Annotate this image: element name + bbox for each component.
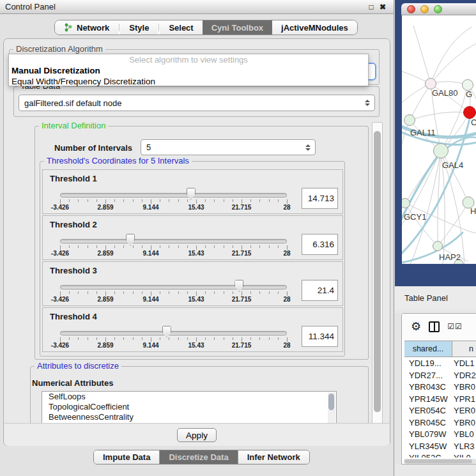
- dropdown-option-equal-width[interactable]: Equal Width/Frequency Discretization: [9, 76, 368, 87]
- tab-separator: [158, 24, 159, 31]
- tab-jactivemnodules-label: jActiveMNodules: [281, 23, 348, 33]
- tick-mark: [196, 199, 197, 204]
- tick-label: 28: [270, 296, 304, 303]
- panel-scrollbar[interactable]: [372, 122, 383, 424]
- column-header-shared-name[interactable]: shared...: [404, 341, 452, 357]
- cell-name[interactable]: YIL0: [452, 452, 476, 457]
- tab-infer-network[interactable]: Infer Network: [238, 450, 309, 464]
- table-row[interactable]: YLR345WYLR3: [404, 441, 476, 453]
- tab-discretize-data[interactable]: Discretize Data: [159, 450, 237, 464]
- tab-style-label: Style: [129, 23, 149, 33]
- tab-style[interactable]: Style: [120, 20, 158, 35]
- tab-network[interactable]: Network: [55, 20, 118, 35]
- tick-mark: [233, 245, 233, 248]
- slider-track[interactable]: [60, 193, 287, 197]
- table-row[interactable]: YPR145WYPR1: [404, 394, 476, 406]
- tick-mark: [287, 291, 288, 296]
- column-header-name[interactable]: n: [452, 341, 476, 357]
- threshold-value-field[interactable]: 6.316: [302, 234, 338, 255]
- network-window-titlebar[interactable]: [401, 3, 476, 15]
- list-item[interactable]: BetweennessCentrality: [42, 412, 336, 422]
- table-horizontal-scrollbar[interactable]: [404, 459, 476, 464]
- list-item[interactable]: TopologicalCoefficient: [42, 402, 336, 412]
- tick-mark: [69, 245, 70, 248]
- tab-cyni-toolbox[interactable]: Cyni Toolbox: [203, 20, 272, 35]
- panel-scrollbar-thumb[interactable]: [374, 131, 381, 412]
- close-icon[interactable]: ✖: [377, 3, 388, 12]
- cell-name[interactable]: YER0: [452, 405, 476, 417]
- cell-name[interactable]: YLR3: [452, 441, 476, 453]
- table-horizontal-scrollbar-thumb[interactable]: [404, 459, 472, 463]
- list-scrollbar[interactable]: [328, 392, 335, 424]
- table-row[interactable]: YBR045CYBR0: [404, 417, 476, 429]
- table-row[interactable]: YBL079WYBL0: [404, 429, 476, 441]
- minimize-traffic-light-icon[interactable]: [420, 5, 429, 13]
- table-row[interactable]: YDR27...YDR2: [404, 370, 476, 382]
- tab-impute-data[interactable]: Impute Data: [94, 450, 159, 464]
- slider-handle[interactable]: [234, 280, 243, 292]
- dropdown-option-manual[interactable]: Manual Discretization: [9, 65, 368, 76]
- tab-impute-data-label: Impute Data: [103, 452, 150, 462]
- cell-shared-name[interactable]: YER054C: [404, 405, 452, 417]
- tick-mark: [187, 337, 188, 340]
- number-of-intervals-combobox[interactable]: 5: [141, 139, 316, 155]
- tab-select[interactable]: Select: [160, 20, 202, 35]
- network-nodes[interactable]: [402, 79, 476, 265]
- tick-mark: [287, 245, 288, 250]
- slider-track[interactable]: [60, 331, 287, 335]
- cell-name[interactable]: YDL1: [452, 358, 476, 370]
- slider-handle[interactable]: [187, 188, 196, 200]
- tab-jactivemnodules[interactable]: jActiveMNodules: [272, 20, 357, 35]
- slider-handle[interactable]: [126, 234, 135, 246]
- table-row[interactable]: YIL052CYIL0: [404, 452, 476, 457]
- cell-shared-name[interactable]: YLR345W: [404, 441, 452, 453]
- tick-mark: [160, 291, 160, 294]
- table-row[interactable]: YDL19...YDL1: [404, 358, 476, 370]
- select-columns-checkbox-icons[interactable]: ☑☑: [447, 322, 463, 331]
- tick-mark: [214, 337, 215, 340]
- slider-track[interactable]: [60, 239, 287, 243]
- tick-mark: [187, 291, 188, 294]
- columns-icon[interactable]: [429, 321, 440, 332]
- table-data-combobox[interactable]: galFiltered.sif default node: [19, 95, 375, 111]
- float-window-icon[interactable]: □: [365, 3, 377, 12]
- slider-track[interactable]: [60, 285, 287, 289]
- cell-shared-name[interactable]: YDL19...: [404, 358, 452, 370]
- cell-shared-name[interactable]: YDR27...: [404, 370, 452, 382]
- numerical-attributes-list[interactable]: SelfLoopsTopologicalCoefficientBetweenne…: [42, 391, 337, 424]
- cell-name[interactable]: YBL0: [452, 429, 476, 441]
- list-scrollbar-thumb[interactable]: [328, 394, 334, 410]
- cell-name[interactable]: YBR0: [452, 417, 476, 429]
- tick-mark: [205, 245, 206, 248]
- table-row[interactable]: YBR043CYBR0: [404, 381, 476, 394]
- tick-mark: [205, 337, 206, 340]
- tick-label: 21.715: [224, 296, 259, 303]
- cell-shared-name[interactable]: YBR045C: [404, 417, 452, 429]
- slider-handle[interactable]: [162, 326, 171, 338]
- tick-label: 21.715: [224, 204, 259, 211]
- cell-name[interactable]: YDR2: [452, 370, 476, 382]
- threshold-value-field[interactable]: 21.4: [302, 280, 338, 301]
- apply-button[interactable]: Apply: [177, 428, 217, 442]
- cell-shared-name[interactable]: YPR145W: [404, 394, 452, 406]
- tab-discretize-data-label: Discretize Data: [169, 452, 228, 462]
- cell-shared-name[interactable]: YBR043C: [404, 381, 452, 394]
- cell-shared-name[interactable]: YIL052C: [404, 452, 452, 457]
- gear-icon[interactable]: ⚙: [411, 321, 421, 332]
- cell-name[interactable]: YBR0: [452, 381, 476, 394]
- threshold-panel: Threshold 4 -3.4262.8599.14415.4321.7152…: [42, 307, 343, 352]
- threshold-value-field[interactable]: 14.713: [302, 188, 338, 209]
- tick-label: 9.144: [134, 250, 168, 257]
- tick-mark: [233, 199, 233, 202]
- close-traffic-light-icon[interactable]: [407, 5, 415, 13]
- tick-mark: [178, 199, 179, 202]
- table-row[interactable]: YER054CYER0: [404, 405, 476, 417]
- threshold-value-field[interactable]: 11.344: [302, 326, 338, 347]
- tab-infer-network-label: Infer Network: [247, 452, 300, 462]
- tick-mark: [142, 337, 142, 340]
- network-canvas[interactable]: GAL80 G C GAL11 GAL4 GCY1 H HAP2: [402, 15, 476, 264]
- cell-shared-name[interactable]: YBL079W: [404, 429, 452, 441]
- list-item[interactable]: SelfLoops: [42, 392, 336, 402]
- zoom-traffic-light-icon[interactable]: [434, 5, 442, 13]
- cell-name[interactable]: YPR1: [452, 394, 476, 406]
